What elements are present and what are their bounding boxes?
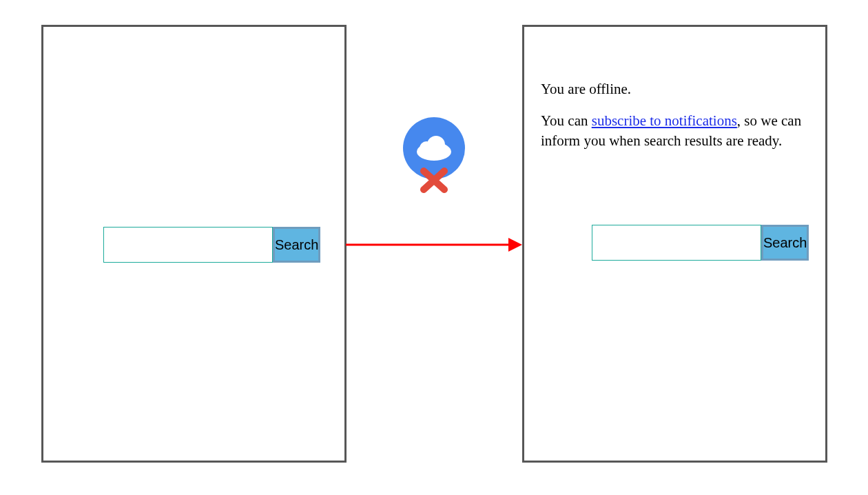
svg-point-4 xyxy=(437,144,449,156)
offline-line1: You are offline. xyxy=(541,79,809,99)
cloud-offline-icon xyxy=(403,117,465,193)
search-input[interactable] xyxy=(592,225,761,261)
panel-before: Search xyxy=(41,25,347,463)
search-row-after: Search xyxy=(592,225,767,261)
subscribe-notifications-link[interactable]: subscribe to notifications xyxy=(592,112,737,129)
transition-arrow-icon xyxy=(344,234,524,255)
search-input[interactable] xyxy=(103,227,273,263)
panel-after: You are offline. You can subscribe to no… xyxy=(522,25,827,463)
offline-line2: You can subscribe to notifications, so w… xyxy=(541,111,809,150)
search-button[interactable]: Search xyxy=(761,225,809,261)
svg-marker-8 xyxy=(508,238,522,252)
search-button[interactable]: Search xyxy=(273,227,320,263)
search-row-before: Search xyxy=(103,227,278,263)
offline-line2-pre: You can xyxy=(541,112,592,129)
offline-message: You are offline. You can subscribe to no… xyxy=(541,79,809,163)
